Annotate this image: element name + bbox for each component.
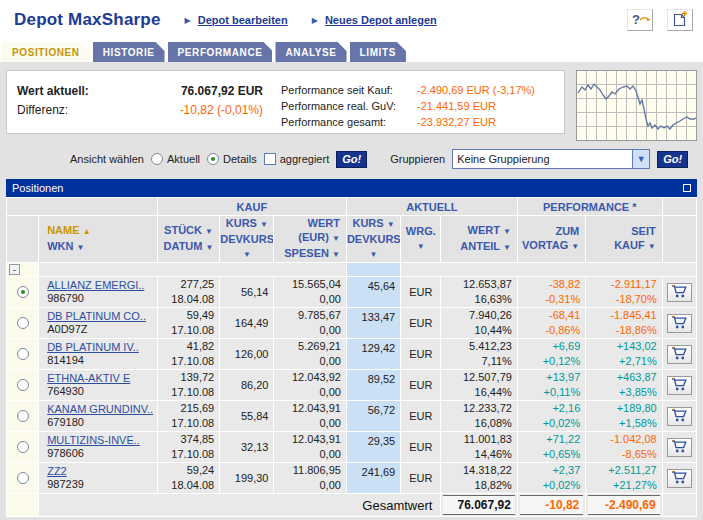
sort-desc-icon[interactable]: ▼ bbox=[387, 220, 395, 229]
tab-positionen[interactable]: POSITIONEN bbox=[2, 42, 90, 62]
gruppieren-select[interactable]: Keine Gruppierung ▼ bbox=[452, 149, 650, 169]
link-label[interactable]: Depot bearbeiten bbox=[198, 14, 288, 26]
row-select-radio[interactable] bbox=[7, 401, 39, 432]
position-name-link[interactable]: KANAM GRUNDINV.. bbox=[47, 403, 153, 415]
row-select-radio[interactable] bbox=[7, 370, 39, 401]
collapse-group-icon[interactable]: - bbox=[9, 264, 20, 275]
cell-kurs-aktuell: 56,72 bbox=[346, 401, 400, 432]
wert-aktuell-label: Wert aktuell: bbox=[17, 82, 113, 101]
cell-seit-kauf: +463,87+3,85% bbox=[586, 370, 662, 401]
radio-aktuell[interactable]: Aktuell bbox=[151, 153, 200, 165]
cell-wrg: EUR bbox=[401, 370, 441, 401]
cell-zum-vortag: -68,41-0,86% bbox=[517, 308, 585, 339]
collapse-row-fill bbox=[401, 263, 697, 277]
row-select-radio[interactable] bbox=[7, 308, 39, 339]
cell-cart bbox=[662, 339, 696, 370]
cell-zum-vortag: +13,97+0,11% bbox=[517, 370, 585, 401]
sort-desc-icon[interactable]: ▼ bbox=[417, 242, 425, 251]
total-row: Gesamtwert 76.067,92 -10,82 -2.490,69 bbox=[7, 494, 697, 517]
radio-icon[interactable] bbox=[151, 153, 163, 165]
differenz-value: -10,82 (-0,01%) bbox=[113, 101, 269, 120]
sort-desc-icon[interactable]: ▼ bbox=[370, 250, 378, 259]
radio-selected-icon[interactable] bbox=[207, 153, 219, 165]
order-cart-button[interactable] bbox=[667, 469, 692, 488]
cell-name-wkn: ALLIANZ EMERGI..986790 bbox=[39, 277, 158, 308]
checkbox-aggregiert[interactable]: aggregiert bbox=[264, 153, 330, 165]
sort-desc-icon[interactable]: ▼ bbox=[243, 250, 251, 259]
tab-limits[interactable]: LIMITS bbox=[350, 42, 406, 62]
sort-desc-icon[interactable]: ▼ bbox=[332, 250, 340, 259]
cell-zum-vortag: -38,82-0,31% bbox=[517, 277, 585, 308]
perf-value: -21.441,59 EUR bbox=[417, 98, 496, 114]
new-page-icon bbox=[671, 10, 689, 28]
order-cart-button[interactable] bbox=[667, 438, 692, 457]
collapse-panel-icon[interactable] bbox=[683, 184, 691, 192]
sort-desc-icon[interactable]: ▼ bbox=[205, 227, 213, 236]
col-header-seit-kauf: SEIT KAUF ▼ bbox=[586, 216, 662, 263]
perf-label: Performance real. GuV: bbox=[281, 98, 417, 114]
position-name-link[interactable]: ZZ2 bbox=[47, 465, 67, 477]
cell-kurs-kauf: 56,14 bbox=[220, 277, 274, 308]
checkbox-icon[interactable] bbox=[264, 153, 276, 165]
gruppieren-go-button[interactable]: Go! bbox=[657, 151, 688, 168]
link-depot-bearbeiten[interactable]: ▶ Depot bearbeiten bbox=[185, 14, 288, 26]
ansicht-go-button[interactable]: Go! bbox=[336, 151, 367, 168]
row-select-radio[interactable] bbox=[7, 277, 39, 308]
sort-desc-icon[interactable]: ▼ bbox=[648, 242, 656, 251]
cell-stueck-datum: 59,4917.10.08 bbox=[157, 308, 219, 339]
differenz-label: Differenz: bbox=[17, 101, 113, 120]
cell-cart bbox=[662, 308, 696, 339]
aggregiert-label: aggregiert bbox=[280, 153, 330, 165]
sort-desc-icon[interactable]: ▼ bbox=[332, 234, 340, 243]
sort-name[interactable]: NAME bbox=[47, 224, 79, 236]
cell-seit-kauf: +143,02+2,71% bbox=[586, 339, 662, 370]
radio-details[interactable]: Details bbox=[207, 153, 257, 165]
sort-desc-icon[interactable]: ▼ bbox=[503, 227, 511, 236]
summary-performance: Performance seit Kauf: -2.490,69 EUR (-3… bbox=[269, 82, 552, 125]
table-row: ETHNA-AKTIV E764930139,7217.10.0886,2012… bbox=[7, 370, 697, 401]
cell-zum-vortag: +71,22+0,65% bbox=[517, 432, 585, 463]
cell-seit-kauf: -1.042,08-8,65% bbox=[586, 432, 662, 463]
position-name-link[interactable]: DB PLATINUM IV.. bbox=[47, 341, 139, 353]
sort-wkn[interactable]: WKN bbox=[47, 240, 73, 252]
cell-kurs-aktuell: 89,52 bbox=[346, 370, 400, 401]
new-depot-button[interactable] bbox=[667, 9, 693, 31]
perf-value: -23.932,27 EUR bbox=[417, 114, 496, 130]
tab-analyse[interactable]: ANALYSE bbox=[275, 42, 346, 62]
cell-name-wkn: DB PLATINUM IV..814194 bbox=[39, 339, 158, 370]
order-cart-button[interactable] bbox=[667, 283, 692, 302]
sort-asc-icon[interactable]: ▲ bbox=[83, 227, 91, 236]
position-name-link[interactable]: MULTIZINS-INVE.. bbox=[47, 434, 140, 446]
order-cart-button[interactable] bbox=[667, 345, 692, 364]
link-label[interactable]: Neues Depot anlegen bbox=[325, 14, 437, 26]
order-cart-button[interactable] bbox=[667, 407, 692, 426]
cell-zum-vortag: +2,16+0,02% bbox=[517, 401, 585, 432]
total-seit-kauf-cell: -2.490,69 bbox=[586, 494, 662, 517]
sort-desc-icon[interactable]: ▼ bbox=[77, 243, 85, 252]
row-select-radio[interactable] bbox=[7, 463, 39, 494]
chevron-down-icon[interactable]: ▼ bbox=[632, 150, 649, 168]
link-neues-depot-anlegen[interactable]: ▶ Neues Depot anlegen bbox=[312, 14, 437, 26]
help-button[interactable]: ? bbox=[627, 9, 653, 31]
summary-left: Wert aktuell: 76.067,92 EUR Differenz: -… bbox=[17, 82, 269, 125]
question-icon: ? bbox=[632, 12, 640, 27]
tab-performance[interactable]: PERFORMANCE bbox=[168, 42, 273, 62]
cell-wrg: EUR bbox=[401, 308, 441, 339]
order-cart-button[interactable] bbox=[667, 376, 692, 395]
row-select-radio[interactable] bbox=[7, 432, 39, 463]
cell-kurs-kauf: 199,30 bbox=[220, 463, 274, 494]
position-name-link[interactable]: ETHNA-AKTIV E bbox=[47, 372, 130, 384]
tab-historie[interactable]: HISTORIE bbox=[93, 42, 165, 62]
position-name-link[interactable]: DB PLATINUM CO.. bbox=[47, 310, 146, 322]
position-name-link[interactable]: ALLIANZ EMERGI.. bbox=[47, 279, 144, 291]
cell-zum-vortag: +6,69+0,12% bbox=[517, 339, 585, 370]
order-cart-button[interactable] bbox=[667, 314, 692, 333]
row-select-radio[interactable] bbox=[7, 339, 39, 370]
sort-desc-icon[interactable]: ▼ bbox=[503, 243, 511, 252]
sort-desc-icon[interactable]: ▼ bbox=[260, 220, 268, 229]
tab-bar: POSITIONEN HISTORIE PERFORMANCE ANALYSE … bbox=[0, 38, 703, 62]
cell-wert-anteil: 5.412,237,11% bbox=[441, 339, 517, 370]
sort-desc-icon[interactable]: ▼ bbox=[206, 243, 214, 252]
sort-desc-icon[interactable]: ▼ bbox=[571, 242, 579, 251]
cell-wrg: EUR bbox=[401, 339, 441, 370]
